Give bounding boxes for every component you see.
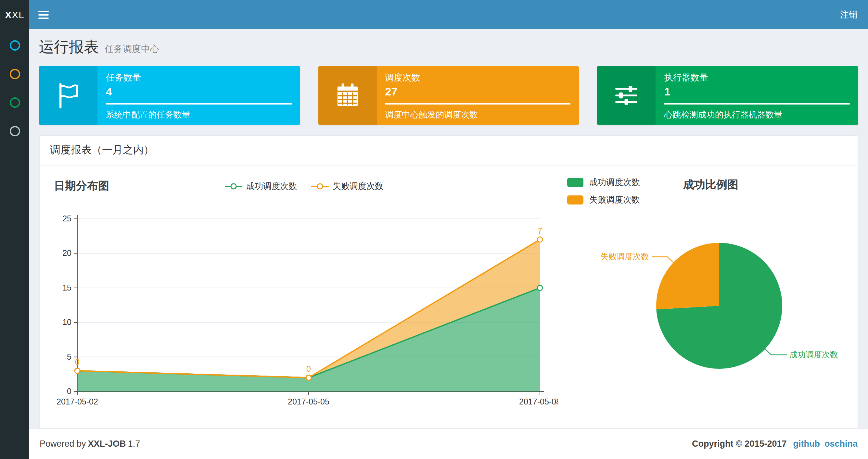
content-wrapper: 运行报表任务调度中心 任务数量 4 系统中配置的任务数量 调度次数 27 xyxy=(29,29,868,428)
summary-cards: 任务数量 4 系统中配置的任务数量 调度次数 27 调度中心触发的调度次数 xyxy=(39,66,858,125)
progress-bar xyxy=(664,103,850,104)
report-panel: 调度报表（一月之内） 日期分布图 成功调度次数 失败调度次数 051015202… xyxy=(39,135,858,428)
logo-bold-text: X xyxy=(5,9,12,20)
info-box-title: 调度次数 xyxy=(385,72,570,84)
line-legend-item-2[interactable]: 失败调度次数 xyxy=(311,181,383,192)
sidebar-item-1[interactable] xyxy=(0,31,29,60)
svg-text:10: 10 xyxy=(62,318,71,327)
date-distribution-chart: 05101520252017-05-022017-05-052017-05-08… xyxy=(45,199,558,415)
line-chart-title: 日期分布图 xyxy=(54,178,109,194)
info-box-number: 4 xyxy=(106,86,291,99)
flag-icon xyxy=(54,81,83,110)
svg-text:0: 0 xyxy=(67,387,71,396)
info-box-number: 1 xyxy=(664,86,850,99)
svg-text:25: 25 xyxy=(62,214,71,223)
svg-text:15: 15 xyxy=(62,283,71,292)
circle-outline-icon xyxy=(9,97,20,108)
sidebar-item-3[interactable] xyxy=(0,88,29,117)
pie-chart-header: 成功调度次数 失败调度次数 成功比例图 xyxy=(563,175,854,210)
sidebar-item-2[interactable] xyxy=(0,60,29,88)
calendar-icon xyxy=(333,81,362,110)
progress-track xyxy=(106,103,291,104)
github-link[interactable]: github xyxy=(793,439,820,449)
info-box-1: 任务数量 4 系统中配置的任务数量 xyxy=(39,66,300,125)
date-distribution-section: 日期分布图 成功调度次数 失败调度次数 05101520252017-05-02… xyxy=(45,175,563,418)
svg-text:2017-05-05: 2017-05-05 xyxy=(288,397,330,406)
svg-text:5: 5 xyxy=(67,352,71,361)
svg-text:7: 7 xyxy=(538,226,542,235)
success-ratio-section: 成功调度次数 失败调度次数 成功比例图 成功调度次数失败调度次数 xyxy=(563,175,854,418)
pie-slice-2 xyxy=(656,243,719,309)
copyright-text: Copyright © 2015-2017githuboschina xyxy=(690,439,858,449)
circle-outline-icon xyxy=(9,40,20,51)
info-box-description: 系统中配置的任务数量 xyxy=(106,109,291,121)
svg-text:20: 20 xyxy=(62,248,71,257)
line-legend-item-1[interactable]: 成功调度次数 xyxy=(225,181,297,192)
pie-legend-item-1[interactable]: 成功调度次数 xyxy=(567,176,640,188)
footer: Powered byXXL-JOB1.7 Copyright © 2015-20… xyxy=(29,428,868,459)
svg-text:0: 0 xyxy=(75,357,80,366)
svg-text:失败调度次数: 失败调度次数 xyxy=(600,252,649,261)
svg-text:0: 0 xyxy=(306,364,311,373)
report-panel-title: 调度报表（一月之内） xyxy=(40,136,858,166)
info-box-title: 执行器数量 xyxy=(664,72,850,84)
report-panel-body: 日期分布图 成功调度次数 失败调度次数 05101520252017-05-02… xyxy=(40,166,858,428)
info-box-2: 调度次数 27 调度中心触发的调度次数 xyxy=(318,66,579,125)
app-root: XXL 注销 运行报表任务调度中心 任务数量 4 系统中配置的任务数量 xyxy=(0,0,868,459)
legend-label: 成功调度次数 xyxy=(589,176,640,188)
app-logo[interactable]: XXL xyxy=(0,0,29,29)
legend-label: 失败调度次数 xyxy=(589,194,640,206)
svg-text:成功调度次数: 成功调度次数 xyxy=(789,350,838,359)
pie-series-swatch-icon xyxy=(567,178,583,187)
circle-outline-icon xyxy=(9,126,20,136)
svg-text:2017-05-08: 2017-05-08 xyxy=(519,397,558,406)
info-box-content: 任务数量 4 系统中配置的任务数量 xyxy=(97,66,300,125)
circle-outline-icon xyxy=(9,69,20,79)
page-content: 任务数量 4 系统中配置的任务数量 调度次数 27 调度中心触发的调度次数 xyxy=(29,61,868,428)
line-chart-legend: 成功调度次数 失败调度次数 xyxy=(45,177,563,192)
line-series-marker-icon xyxy=(225,183,242,190)
line-chart-header: 日期分布图 成功调度次数 失败调度次数 xyxy=(45,177,563,198)
powered-by-text: Powered byXXL-JOB1.7 xyxy=(40,439,140,449)
page-title: 运行报表任务调度中心 xyxy=(39,37,858,57)
logo-rest-text: XL xyxy=(12,9,24,20)
info-box-title: 任务数量 xyxy=(106,72,291,84)
oschina-link[interactable]: oschina xyxy=(825,439,858,449)
progress-track xyxy=(385,103,570,104)
legend-label: 成功调度次数 xyxy=(246,181,297,192)
pie-chart-legend: 成功调度次数 失败调度次数 xyxy=(567,176,640,206)
progress-bar xyxy=(385,103,570,104)
info-box-description: 心跳检测成功的执行器机器数量 xyxy=(664,109,850,121)
info-box-content: 调度次数 27 调度中心触发的调度次数 xyxy=(376,66,579,125)
line-series-marker-icon xyxy=(311,183,329,190)
info-box-3: 执行器数量 1 心跳检测成功的执行器机器数量 xyxy=(597,66,858,125)
sidebar-item-4[interactable] xyxy=(0,117,29,145)
progress-track xyxy=(664,103,850,104)
info-box-description: 调度中心触发的调度次数 xyxy=(385,109,570,121)
pie-legend-item-2[interactable]: 失败调度次数 xyxy=(567,194,640,206)
progress-bar xyxy=(106,103,291,104)
sliders-icon xyxy=(612,81,641,110)
logout-link[interactable]: 注销 xyxy=(830,0,868,29)
success-ratio-pie-chart: 成功调度次数失败调度次数 xyxy=(563,210,852,399)
legend-label: 失败调度次数 xyxy=(333,181,383,192)
info-box-icon-area xyxy=(597,66,656,125)
svg-text:2017-05-02: 2017-05-02 xyxy=(57,397,98,406)
sidebar xyxy=(0,29,29,459)
info-box-number: 27 xyxy=(385,86,570,99)
info-box-content: 执行器数量 1 心跳检测成功的执行器机器数量 xyxy=(656,66,858,125)
sidebar-toggle-hamburger-icon[interactable] xyxy=(29,0,58,29)
pie-chart-title: 成功比例图 xyxy=(683,177,738,192)
top-navbar: XXL 注销 xyxy=(0,0,868,29)
info-box-icon-area xyxy=(318,66,376,125)
page-subtitle: 任务调度中心 xyxy=(104,43,159,54)
pie-series-swatch-icon xyxy=(567,195,583,204)
page-header: 运行报表任务调度中心 xyxy=(29,29,868,61)
info-box-icon-area xyxy=(39,66,97,125)
